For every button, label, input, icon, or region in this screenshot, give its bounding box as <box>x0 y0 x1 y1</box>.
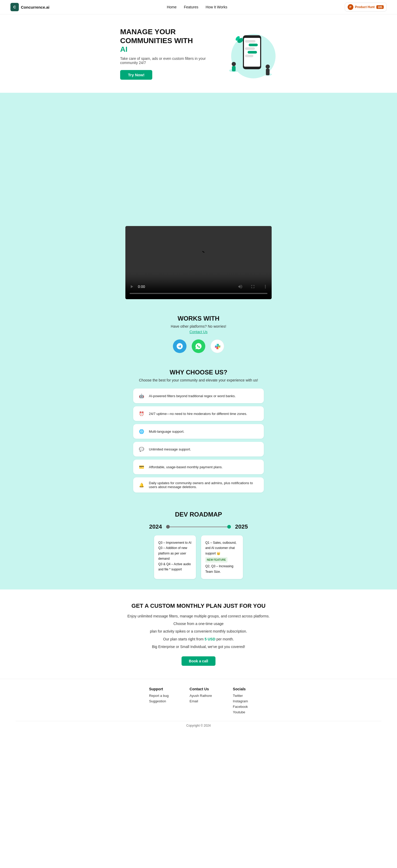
svg-rect-5 <box>245 47 255 50</box>
telegram-icon <box>173 339 187 353</box>
why-cards-list: 🤖 AI-powered filters beyond traditional … <box>133 389 264 493</box>
hero-text: MANAGE YOUR COMMUNITIES WITH AI Take car… <box>120 27 209 80</box>
pricing-line-1: Choose from a one-time usage <box>10 621 387 627</box>
product-hunt-badge[interactable]: P Product Hunt 185 <box>345 3 387 11</box>
contact-us-link[interactable]: Contact Us <box>189 330 207 334</box>
roadmap-card-1-text: Q1 – Sales, outbound, and AI customer ch… <box>205 540 239 574</box>
timeline-year-end: 2025 <box>235 523 248 530</box>
feature-icon-0: 🤖 <box>138 392 145 400</box>
svg-point-12 <box>266 65 270 69</box>
footer-support: Support Report a bug Suggestion <box>149 687 169 716</box>
promo-video[interactable] <box>125 226 272 299</box>
pricing-section: GET A CUSTOM MONTHLY PLAN JUST FOR YOU E… <box>0 589 397 679</box>
pricing-line-3: Our plan starts right from 5 USD per mon… <box>10 636 387 643</box>
timeline-dot-start <box>166 525 170 529</box>
pricing-line-4: Big Enterprise or Small Individual, we'v… <box>10 644 387 650</box>
roadmap-timeline: 2024 2025 <box>5 523 392 530</box>
footer-socials: Socials Twitter Instagram Facebook Youtu… <box>233 687 248 716</box>
footer-report-bug[interactable]: Report a bug <box>149 694 169 698</box>
product-hunt-count: 185 <box>376 5 384 9</box>
logo-icon: C <box>10 3 19 11</box>
roadmap-cards: Q3 – Improvement to AI Q3 – Addition of … <box>5 535 392 579</box>
footer-contact: Contact Us Ayush Rathore Email <box>190 687 212 716</box>
whatsapp-icon <box>192 339 205 353</box>
svg-rect-6 <box>247 51 257 54</box>
book-call-button[interactable]: Book a call <box>181 656 216 666</box>
feature-text-5: Daily updates for community owners and a… <box>149 481 259 489</box>
pricing-title: GET A CUSTOM MONTHLY PLAN JUST FOR YOU <box>10 602 387 609</box>
hero-section: MANAGE YOUR COMMUNITIES WITH AI Take car… <box>0 14 397 93</box>
product-hunt-label: Product Hunt <box>355 5 375 9</box>
nav-how-it-works[interactable]: How It Works <box>205 5 227 9</box>
footer-facebook[interactable]: Facebook <box>233 705 248 709</box>
navbar: C Concurrence.ai Home Features How It Wo… <box>0 0 397 14</box>
feature-card-0: 🤖 AI-powered filters beyond traditional … <box>133 389 264 403</box>
nav-home[interactable]: Home <box>167 5 176 9</box>
why-section: WHY CHOOSE US? Choose the best for your … <box>0 361 397 500</box>
footer-youtube[interactable]: Youtube <box>233 710 248 714</box>
roadmap-title: DEV ROADMAP <box>5 511 392 518</box>
nav-features[interactable]: Features <box>184 5 198 9</box>
slack-icon <box>210 339 224 353</box>
feature-text-3: Unlimited message support. <box>149 447 191 451</box>
nav-links: Home Features How It Works <box>167 5 228 9</box>
svg-rect-10 <box>232 66 236 71</box>
product-hunt-icon: P <box>348 4 353 10</box>
feature-text-1: 24/7 uptime—no need to hire moderators f… <box>149 412 247 416</box>
footer-email-link[interactable]: Email <box>190 699 212 703</box>
footer-suggestion[interactable]: Suggestion <box>149 699 169 703</box>
svg-rect-4 <box>249 43 258 46</box>
why-subtitle: Choose the best for your community and e… <box>10 378 387 382</box>
svg-rect-7 <box>245 55 253 57</box>
pricing-line-0: Enjoy unlimited message filters, manage … <box>10 613 387 620</box>
feature-card-4: 💳 Affordable, usage-based monthly paymen… <box>133 460 264 474</box>
feature-text-2: Multi-language support. <box>149 430 185 433</box>
logo-text: Concurrence.ai <box>21 5 49 9</box>
platform-icons <box>5 339 392 353</box>
footer-contact-heading: Contact Us <box>190 687 212 691</box>
roadmap-section: DEV ROADMAP 2024 2025 Q3 – Improvement t… <box>0 500 397 589</box>
feature-card-5: 🔔 Daily updates for community owners and… <box>133 477 264 493</box>
new-feature-badge: NEW FEATURE <box>205 557 228 563</box>
why-title: WHY CHOOSE US? <box>10 369 387 376</box>
feature-text-0: AI-powered filters beyond traditional re… <box>149 394 236 398</box>
video-section <box>0 223 397 307</box>
feature-icon-2: 🌐 <box>138 428 145 435</box>
roadmap-card-0: Q3 – Improvement to AI Q3 – Addition of … <box>154 535 196 579</box>
feature-card-1: ⏰ 24/7 uptime—no need to hire moderators… <box>133 406 264 421</box>
roadmap-card-0-text: Q3 – Improvement to AI Q3 – Addition of … <box>158 540 192 572</box>
timeline-line <box>170 527 227 527</box>
roadmap-card-1: Q1 – Sales, outbound, and AI customer ch… <box>201 535 243 579</box>
hero-title: MANAGE YOUR COMMUNITIES WITH AI <box>120 27 209 54</box>
footer: Support Report a bug Suggestion Contact … <box>0 679 397 733</box>
works-with-subtitle: Have other platforms? No worries! <box>5 324 392 329</box>
footer-instagram[interactable]: Instagram <box>233 699 248 703</box>
try-now-button[interactable]: Try Now! <box>120 70 152 80</box>
footer-socials-heading: Socials <box>233 687 248 691</box>
footer-twitter[interactable]: Twitter <box>233 694 248 698</box>
feature-card-2: 🌐 Multi-language support. <box>133 424 264 439</box>
feature-icon-3: 💬 <box>138 445 145 453</box>
feature-icon-5: 🔔 <box>138 481 145 489</box>
footer-support-heading: Support <box>149 687 169 691</box>
hero-ai-highlight: AI <box>120 45 209 54</box>
footer-contact-name[interactable]: Ayush Rathore <box>190 694 212 698</box>
feature-icon-1: ⏰ <box>138 410 145 417</box>
pricing-usd: 5 USD <box>204 637 215 641</box>
footer-copyright: Copyright © 2024 <box>16 721 381 727</box>
pricing-line-2: plan for activity spikes or a convenient… <box>10 628 387 635</box>
footer-columns: Support Report a bug Suggestion Contact … <box>16 687 381 716</box>
logo: C Concurrence.ai <box>10 3 49 11</box>
feature-text-4: Affordable, usage-based monthly payment … <box>149 465 223 469</box>
works-with-title: WORKS WITH <box>5 315 392 322</box>
hero-illustration <box>220 27 277 80</box>
svg-rect-13 <box>266 69 269 75</box>
hero-subtitle: Take care of spam, ads or even custom fi… <box>120 56 209 65</box>
feature-card-3: 💬 Unlimited message support. <box>133 442 264 457</box>
timeline-dot-end <box>227 525 231 529</box>
mint-space <box>0 93 397 223</box>
svg-point-9 <box>232 62 236 66</box>
feature-icon-4: 💳 <box>138 463 145 471</box>
svg-rect-3 <box>245 40 256 42</box>
timeline-year-start: 2024 <box>149 523 162 530</box>
